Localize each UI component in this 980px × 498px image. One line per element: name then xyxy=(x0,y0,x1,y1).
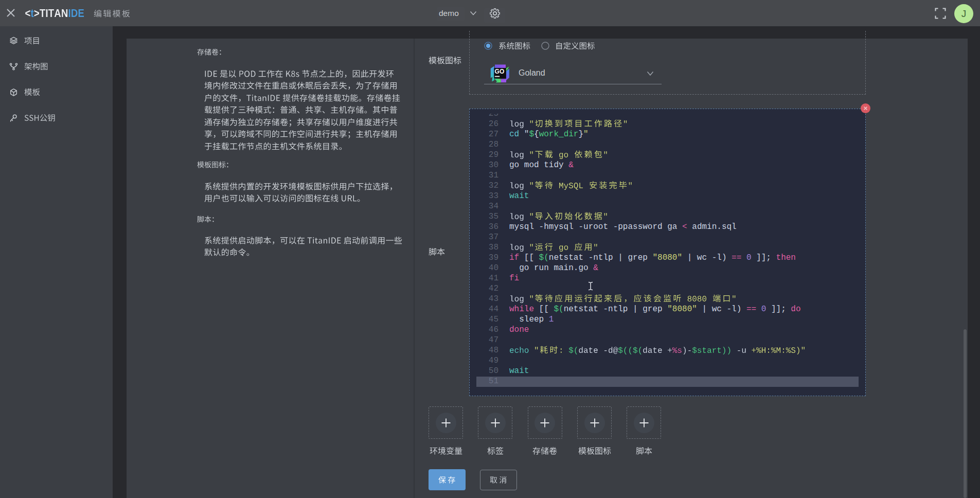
svg-text:GO: GO xyxy=(495,68,505,75)
